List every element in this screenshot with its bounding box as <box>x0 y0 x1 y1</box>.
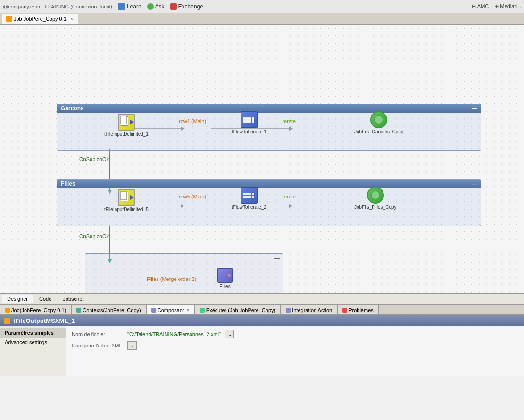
filename-row: Nom de fichier "C:/Talend/TRAINING/Perso… <box>72 330 518 338</box>
editor-tabs: Job JobPere_Copy 0.1 × <box>0 13 524 25</box>
composant-panel-tab[interactable]: Composant × <box>146 305 195 314</box>
garcons-title: Garcons <box>61 105 84 112</box>
tFlowToIterate2-node[interactable]: tFlowToIterate_2 <box>232 187 266 210</box>
executer-panel-tab-label: Exécuter (Job JobPere_Copy) <box>206 307 275 313</box>
tFileInputDelimited1-label: tFileInputDelimited_1 <box>104 132 149 137</box>
code-tab-button[interactable]: Code <box>34 295 57 303</box>
top-right-items: ⊞ AMC ⊞ Mediati... <box>472 3 521 9</box>
filles-title: Filles <box>61 181 75 187</box>
job-editor-tab[interactable]: Job JobPere_Copy 0.1 × <box>2 14 78 24</box>
learn-icon <box>118 3 125 10</box>
bottom-toolbar: Designer Code Jobscript <box>0 293 524 305</box>
amc-label[interactable]: ⊞ AMC <box>472 3 489 9</box>
component-body: Paramètres simples Advanced settings Nom… <box>0 326 524 376</box>
xml-tree-label: Configure l'arbre XML <box>72 343 124 348</box>
ask-nav-item[interactable]: Ask <box>147 3 165 10</box>
tFlowToIterate2-label: tFlowToIterate_2 <box>232 205 266 210</box>
tFileInputDelimited1-node[interactable]: tFileInputDelimited_1 <box>104 114 149 137</box>
problemes-panel-tab-icon <box>342 308 347 313</box>
top-title: @company.com | TRAINING (Connexion: loca… <box>3 4 112 9</box>
jobscript-tab-button[interactable]: Jobscript <box>58 295 89 303</box>
job-panel-tab-icon <box>5 308 10 313</box>
garcons-flow-label: row1 (Main) <box>179 118 206 124</box>
tFileInputDelimited5-label: tFileInputDelimited_5 <box>104 207 149 212</box>
filles-merge-icon <box>217 268 233 283</box>
top-bar: @company.com | TRAINING (Connexion: loca… <box>0 0 524 13</box>
job-tab-label: Job JobPere_Copy 0.1 <box>14 16 67 22</box>
JobFils-Filles-icon <box>367 187 384 204</box>
xml-tree-browse-button[interactable]: ... <box>127 341 137 350</box>
component-panel-title: tFileOutputMSXML_1 <box>0 315 524 326</box>
filles-merge-node[interactable]: Filles <box>217 268 233 289</box>
tFlowToIterate2-icon <box>241 187 258 204</box>
filles-merge-label: Filles <box>219 284 230 289</box>
composant-panel-tab-icon <box>151 308 156 313</box>
garcons-minimize-button[interactable]: — <box>472 106 477 111</box>
main-canvas: Garcons — tFileInputDelimited_1 row1 (Ma… <box>0 25 524 293</box>
tFileInputDelimited1-icon <box>118 114 135 131</box>
filles-subjob-header: Filles — <box>57 180 481 188</box>
merge-subjob: — Filles Filles (Merge order:2) <box>85 253 283 293</box>
job-panel-tab[interactable]: Job(JobPere_Copy 0.1) <box>0 305 71 314</box>
exchange-label: Exchange <box>178 3 203 10</box>
learn-nav-item[interactable]: Learn <box>118 3 141 10</box>
tFlowToIterate1-icon <box>241 111 258 128</box>
component-title-label: tFileOutputMSXML_1 <box>13 317 75 324</box>
bottom-panel-tabs: Job(JobPere_Copy 0.1) Contexts(JobPere_C… <box>0 305 524 315</box>
garcons-subjob-header: Garcons — <box>57 104 481 113</box>
integration-panel-tab-icon <box>286 308 291 313</box>
xml-tree-row: Configure l'arbre XML ... <box>72 341 518 350</box>
tab-job-icon <box>6 16 12 22</box>
composant-panel-tab-label: Composant <box>158 307 184 313</box>
exchange-nav-item[interactable]: Exchange <box>170 3 203 10</box>
merge-minimize-button[interactable]: — <box>274 255 280 261</box>
tFlowToIterate1-label: tFlowToIterate_1 <box>232 129 266 134</box>
JobFils-Filles-label: JobFils_Filles_Copy <box>354 205 396 210</box>
learn-label: Learn <box>127 3 141 10</box>
executer-panel-tab-icon <box>200 308 205 313</box>
garcons-iterate-label: Iterate <box>281 118 296 124</box>
problemes-panel-tab[interactable]: Problèmes <box>337 305 379 314</box>
contexts-panel-tab-icon <box>76 308 81 313</box>
filename-label: Nom de fichier <box>72 331 124 337</box>
job-panel-tab-label: Job(JobPere_Copy 0.1) <box>11 307 66 313</box>
composant-tab-close[interactable]: × <box>187 307 190 313</box>
onsubjobOk-top-label: OnSubjobOk <box>79 156 109 162</box>
JobFils-Garcons-label: JobFils_Garcons_Copy <box>354 129 403 134</box>
filles-merge-flow-label: Filles (Merge order:2) <box>147 276 196 282</box>
tab-close-button[interactable]: × <box>70 16 73 22</box>
exchange-icon <box>170 3 177 10</box>
filename-browse-button[interactable]: ... <box>225 330 234 338</box>
component-content: Nom de fichier "C:/Talend/TRAINING/Perso… <box>66 326 524 376</box>
tFlowToIterate1-node[interactable]: tFlowToIterate_1 <box>232 111 266 134</box>
tFileInputDelimited5-icon <box>118 189 135 206</box>
problemes-panel-tab-label: Problèmes <box>349 307 374 313</box>
filles-flow-label: row5 (Main) <box>179 194 206 199</box>
filles-iterate-label: Iterate <box>281 194 296 199</box>
component-title-icon <box>4 318 10 324</box>
filles-minimize-button[interactable]: — <box>472 181 477 187</box>
advanced-settings-sidebar-item[interactable]: Advanced settings <box>0 338 66 347</box>
JobFils-Garcons-icon <box>370 111 387 128</box>
contexts-panel-tab[interactable]: Contexts(JobPere_Copy) <box>71 305 146 314</box>
executer-panel-tab[interactable]: Exécuter (Job JobPere_Copy) <box>195 305 281 314</box>
ask-icon <box>147 3 154 10</box>
mediati-label[interactable]: ⊞ Mediati... <box>494 3 521 9</box>
filename-value: "C:/Talend/TRAINING/Personnes_2.xml" <box>127 331 221 337</box>
onsubjobOk-bottom-label: OnSubjobOk <box>79 233 109 239</box>
component-panel: tFileOutputMSXML_1 Paramètres simples Ad… <box>0 315 524 376</box>
integration-panel-tab[interactable]: Integration Action <box>281 305 337 314</box>
contexts-panel-tab-label: Contexts(JobPere_Copy) <box>83 307 141 313</box>
tFileInputDelimited5-node[interactable]: tFileInputDelimited_5 <box>104 189 149 212</box>
component-sidebar: Paramètres simples Advanced settings <box>0 326 66 376</box>
integration-panel-tab-label: Integration Action <box>292 307 332 313</box>
JobFils-Garcons-node[interactable]: JobFils_Garcons_Copy <box>354 111 403 134</box>
JobFils-Filles-node[interactable]: JobFils_Filles_Copy <box>354 187 396 210</box>
designer-tab-button[interactable]: Designer <box>2 295 33 303</box>
filles-subjob: Filles — tFileInputDelimited_5 row5 (Mai… <box>57 179 481 226</box>
ask-label: Ask <box>155 3 165 10</box>
garcons-subjob: Garcons — tFileInputDelimited_1 row1 (Ma… <box>57 104 481 151</box>
params-simples-sidebar-item[interactable]: Paramètres simples <box>0 328 66 338</box>
